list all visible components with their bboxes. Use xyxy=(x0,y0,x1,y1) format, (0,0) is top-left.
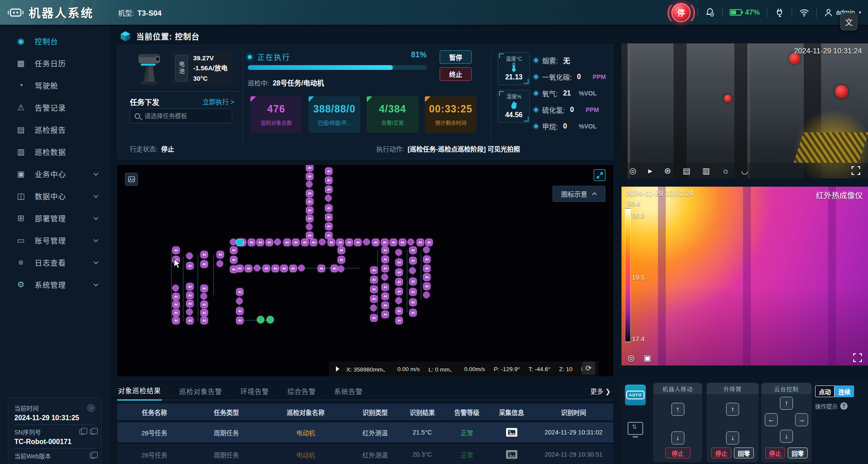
map-node[interactable]: AI xyxy=(370,314,378,322)
help-icon[interactable]: ? xyxy=(840,402,848,410)
sidebar-item-2[interactable]: ◔驾驶舱 xyxy=(0,74,108,96)
settings-wheel-icon[interactable]: ⊛ xyxy=(664,167,671,175)
copy-icon[interactable] xyxy=(79,429,85,434)
alarm-bell-icon[interactable] xyxy=(705,7,715,18)
map-node[interactable]: AI xyxy=(370,286,378,293)
table-row[interactable]: 28号任务周期任务电动机红外测温21.5°C正常2024-11-29 10:31… xyxy=(117,422,613,442)
map-node-cyan[interactable] xyxy=(236,239,243,246)
map-node[interactable]: AI xyxy=(381,247,389,254)
sidebar-item-0[interactable]: ◉控制台 xyxy=(0,30,108,52)
map-node[interactable]: AI xyxy=(201,301,208,308)
map-node[interactable]: AI xyxy=(336,239,344,246)
continuous-option[interactable]: 连续 xyxy=(835,385,854,397)
snapshot-icon[interactable]: ◎ xyxy=(628,354,635,362)
map-node[interactable]: AI xyxy=(186,283,194,290)
map-node[interactable]: AI xyxy=(399,239,406,246)
map-node[interactable]: AI xyxy=(381,302,389,309)
map-node[interactable]: AI xyxy=(395,278,403,286)
map-node[interactable]: AI xyxy=(306,173,313,180)
zero-button[interactable]: 回零 xyxy=(788,448,808,458)
map-node[interactable]: AI xyxy=(395,307,403,315)
map-node[interactable]: AI xyxy=(381,265,389,272)
map-node[interactable] xyxy=(338,266,344,272)
map-node[interactable]: AI xyxy=(292,239,299,246)
map-node[interactable]: AI xyxy=(338,256,345,263)
map-node[interactable] xyxy=(319,239,326,245)
map-node[interactable]: AI xyxy=(201,309,208,316)
map-node[interactable]: AI xyxy=(395,259,403,266)
map-node-green[interactable] xyxy=(266,316,274,323)
sidebar-item-4[interactable]: ▤巡检报告 xyxy=(0,118,108,141)
translate-widget[interactable]: 文 xyxy=(840,13,858,30)
table-row[interactable]: 28号任务周期任务电动机红外测温20.3°C正常2024-11-29 10:30… xyxy=(117,444,613,464)
map-node[interactable]: AI xyxy=(370,276,378,283)
task-template-select[interactable] xyxy=(130,109,232,123)
map-node[interactable]: AI xyxy=(325,223,332,230)
map-node[interactable]: AI xyxy=(325,204,332,212)
map-node[interactable]: AI xyxy=(201,285,208,292)
map-node[interactable] xyxy=(306,224,312,230)
map-node[interactable]: AI xyxy=(328,239,335,246)
map-node[interactable]: AI xyxy=(395,269,403,276)
map-node[interactable]: AI xyxy=(301,239,309,246)
map-node[interactable]: AI xyxy=(230,247,237,254)
pause-button[interactable]: 暂停 xyxy=(440,50,472,64)
map-node[interactable]: AI xyxy=(283,239,291,246)
sidebar-item-3[interactable]: ⚠告警记录 xyxy=(0,96,108,118)
map-node[interactable]: AI xyxy=(236,307,243,315)
map-node[interactable] xyxy=(395,297,402,304)
map-node[interactable]: AI xyxy=(245,265,252,272)
map-node[interactable]: AI xyxy=(306,232,313,239)
copy-icon[interactable] xyxy=(90,429,95,434)
map-node[interactable] xyxy=(172,285,179,291)
map-node[interactable]: AI xyxy=(266,239,273,246)
sidebar-item-8[interactable]: ⊞部署管理 xyxy=(0,207,108,229)
map-node[interactable]: AI xyxy=(186,262,194,270)
map-node[interactable]: AI xyxy=(172,247,180,254)
map-node[interactable] xyxy=(230,239,237,245)
map-node[interactable]: AI xyxy=(289,265,297,272)
map-node[interactable] xyxy=(186,253,193,259)
map-node[interactable] xyxy=(306,181,312,188)
recenter-map-button[interactable]: ⟳ xyxy=(582,362,595,375)
map-node[interactable]: AI xyxy=(172,309,180,316)
map-node[interactable]: AI xyxy=(201,260,208,268)
map-node[interactable]: AI xyxy=(306,198,313,205)
map-node[interactable]: AI xyxy=(263,265,270,272)
map-node[interactable]: AI xyxy=(201,251,208,258)
map-node[interactable]: AI xyxy=(381,256,389,263)
more-link[interactable]: 更多 ❯ xyxy=(590,386,611,395)
map-node[interactable]: AI xyxy=(272,265,279,272)
map-node[interactable]: AI xyxy=(409,288,417,296)
map-node[interactable]: AI xyxy=(354,239,362,246)
map-node[interactable]: AI xyxy=(217,251,224,258)
arrow-down-button[interactable]: ↓ xyxy=(671,431,684,444)
map-node[interactable] xyxy=(381,274,388,280)
map-node[interactable]: AI xyxy=(172,293,180,300)
map-node[interactable]: AI xyxy=(325,177,332,184)
map-node[interactable]: AI xyxy=(230,256,237,263)
sidebar-item-11[interactable]: ⚙系统管理 xyxy=(0,273,108,296)
arrow-up-button[interactable]: ↑ xyxy=(671,403,684,416)
edit-icon[interactable]: ◔ xyxy=(87,404,95,412)
map-node[interactable] xyxy=(201,293,207,299)
map-node[interactable]: AI xyxy=(230,266,237,273)
intercom-icon[interactable]: ▤ xyxy=(683,167,690,175)
map-node[interactable] xyxy=(254,265,260,271)
sidebar-item-6[interactable]: ▣业务中心 xyxy=(0,163,108,185)
map-node[interactable]: AI xyxy=(409,278,417,285)
map-node[interactable] xyxy=(363,239,370,245)
map-node[interactable]: AI xyxy=(186,300,194,307)
map-node[interactable]: AI xyxy=(172,317,180,324)
map-node[interactable]: AI xyxy=(372,239,379,246)
tab-0[interactable]: 对象巡检结果 xyxy=(117,382,162,401)
remote-desktop-button[interactable] xyxy=(628,422,643,435)
capture-image-thumbnail[interactable] xyxy=(506,450,517,459)
map-node[interactable]: AI xyxy=(248,239,255,246)
map-node[interactable] xyxy=(325,195,332,201)
map-node[interactable] xyxy=(409,267,416,274)
execute-now-link[interactable]: 立即执行 > xyxy=(203,97,234,106)
jog-continuous-toggle[interactable]: 点动 连续 xyxy=(815,385,854,397)
map-node[interactable]: AI xyxy=(381,311,389,318)
map-node[interactable]: AI xyxy=(256,239,264,246)
